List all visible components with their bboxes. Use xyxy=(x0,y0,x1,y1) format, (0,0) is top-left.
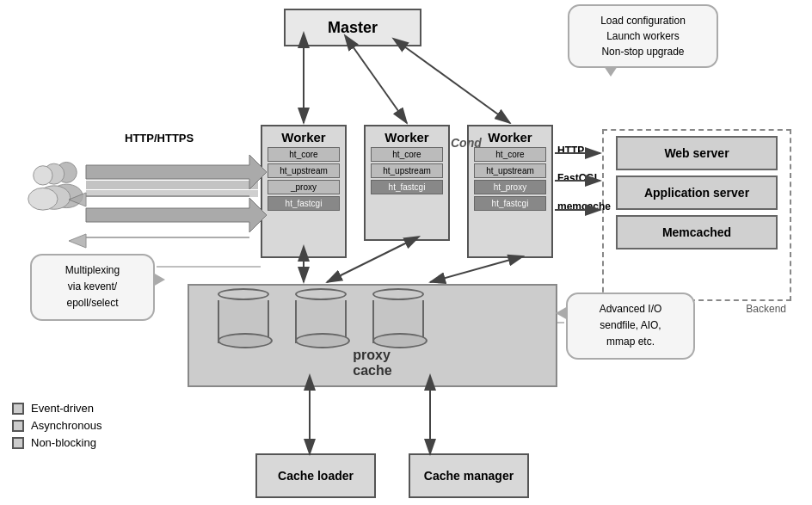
legend-square-3 xyxy=(12,437,24,449)
svg-line-23 xyxy=(430,260,510,282)
proxy-cache-label: proxycache xyxy=(353,348,391,379)
callout-left-line1: Multiplexing xyxy=(65,264,120,276)
app-server-box: Application server xyxy=(616,176,778,210)
db-group xyxy=(213,288,428,343)
svg-marker-17 xyxy=(69,234,249,248)
master-box: Master xyxy=(284,9,421,46)
svg-marker-14 xyxy=(86,155,267,189)
db-body-3 xyxy=(372,300,424,343)
legend-square-1 xyxy=(12,403,24,415)
db-cylinder-1 xyxy=(213,288,274,343)
http-arrows xyxy=(69,155,267,248)
memcache-label: memcache xyxy=(557,200,611,212)
http-https-label: HTTP/HTTPS xyxy=(125,132,194,145)
svg-line-9 xyxy=(353,46,407,123)
legend-square-2 xyxy=(12,420,24,432)
db-top-2 xyxy=(295,288,347,300)
callout-left-line2: via kevent/ xyxy=(68,280,117,293)
worker2-module-ht-fastcgi: ht_fastcgi xyxy=(371,180,443,194)
backend-label: Backend xyxy=(746,303,786,315)
legend-non-blocking: Non-blocking xyxy=(12,436,102,449)
worker3-module-ht-upstream: ht_upstream xyxy=(474,163,546,178)
svg-line-10 xyxy=(404,46,510,123)
callout-top-line2: Launch workers xyxy=(606,30,680,42)
callout-br-line1: Advanced I/O xyxy=(600,303,662,315)
db-top-1 xyxy=(218,288,269,300)
http-right-label: HTTP xyxy=(557,145,584,157)
cache-manager-box: Cache manager xyxy=(409,453,529,498)
legend-label-3: Non-blocking xyxy=(31,436,96,449)
cond-label: Cond xyxy=(451,136,482,150)
legend-asynchronous: Asynchronous xyxy=(12,419,102,432)
worker1-title: Worker xyxy=(281,126,325,146)
worker2-module-ht-core: ht_core xyxy=(371,147,443,162)
master-label: Master xyxy=(328,19,378,37)
callout-top-line3: Non-stop upgrade xyxy=(601,46,684,58)
worker3-title: Worker xyxy=(488,126,532,146)
worker3-module-ht-fastcgi: ht_fastcgi xyxy=(474,196,546,211)
callout-top-line1: Load configuration xyxy=(600,15,686,27)
memcached-box: Memcached xyxy=(616,215,778,249)
db-cylinder-3 xyxy=(368,288,428,343)
db-body-2 xyxy=(295,300,347,343)
callout-br-line2: sendfile, AIO, xyxy=(600,319,661,331)
legend-event-driven: Event-driven xyxy=(12,402,102,415)
callout-advanced-io: Advanced I/O sendfile, AIO, mmap etc. xyxy=(566,293,695,360)
callout-br-line3: mmap etc. xyxy=(606,336,655,348)
worker1-module-ht-upstream: ht_upstream xyxy=(268,163,340,178)
worker3-module-ht-core: ht_core xyxy=(474,147,546,162)
cache-loader-label: Cache loader xyxy=(278,469,354,483)
worker2-module-ht-upstream: ht_upstream xyxy=(371,163,443,178)
callout-left-line3: epoll/select xyxy=(66,297,118,309)
worker3-module-ht-proxy: ht_proxy xyxy=(474,180,546,194)
db-top-3 xyxy=(372,288,424,300)
cache-loader-box: Cache loader xyxy=(255,453,376,498)
worker2-title: Worker xyxy=(384,126,428,146)
svg-marker-15 xyxy=(69,193,249,206)
callout-top: Load configuration Launch workers Non-st… xyxy=(568,4,718,68)
svg-point-4 xyxy=(34,166,52,185)
diagram: Master Load configuration Launch workers… xyxy=(0,0,812,505)
db-body-1 xyxy=(218,300,269,343)
callout-multiplexing: Multiplexing via kevent/ epoll/select xyxy=(30,254,155,321)
worker1-module-proxy: _proxy xyxy=(268,180,340,194)
worker-box-2: Worker ht_core ht_upstream ht_fastcgi xyxy=(364,125,450,241)
legend: Event-driven Asynchronous Non-blocking xyxy=(12,402,102,453)
legend-label-1: Event-driven xyxy=(31,402,94,415)
worker1-module-ht-core: ht_core xyxy=(268,147,340,162)
worker1-module-ht-fastcgi: ht_fastcgi xyxy=(268,196,340,211)
worker-box-1: Worker ht_core ht_upstream _proxy ht_fas… xyxy=(261,125,347,258)
cache-manager-label: Cache manager xyxy=(424,469,514,483)
db-cylinder-2 xyxy=(291,288,351,343)
fastcgi-label: FastCGI xyxy=(557,172,597,184)
svg-marker-16 xyxy=(86,198,267,232)
legend-label-2: Asynchronous xyxy=(31,419,102,432)
web-server-box: Web server xyxy=(616,136,778,170)
users-icon xyxy=(28,159,88,211)
svg-point-5 xyxy=(28,188,58,210)
backend-box: Web server Application server Memcached … xyxy=(602,129,791,301)
